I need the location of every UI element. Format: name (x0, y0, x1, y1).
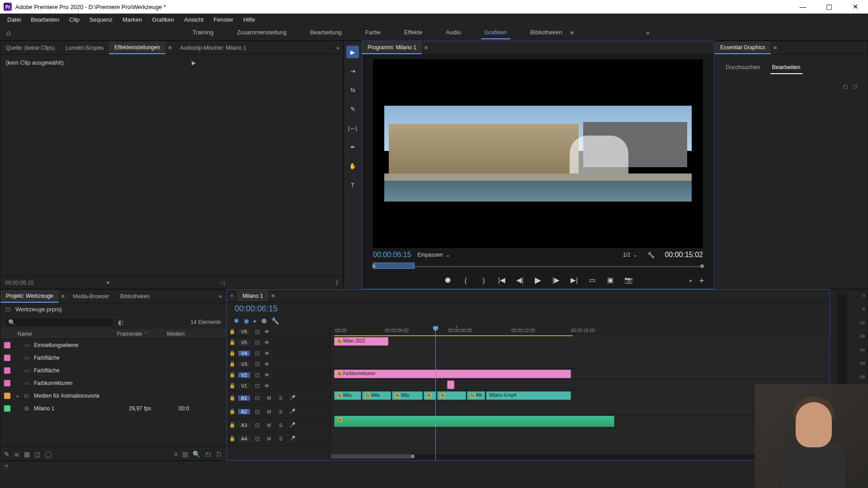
solo-button[interactable]: S (276, 422, 285, 428)
program-duration-timecode[interactable]: 00:00:15:02 (665, 251, 703, 259)
panel-menu-icon[interactable]: ≡ (165, 44, 175, 51)
track-header-a2[interactable]: 🔒A2◫MS🎤 (226, 405, 330, 418)
track-header-v6[interactable]: 🔒V6◫👁 (226, 326, 330, 337)
close-button[interactable]: ✕ (846, 3, 864, 11)
clip[interactable]: fxMila (334, 391, 361, 400)
program-scrubber[interactable] (373, 262, 703, 272)
lock-icon[interactable]: 🔒 (229, 339, 236, 345)
thumbnail-view-icon[interactable]: ◫ (34, 450, 40, 458)
track-header-v4[interactable]: 🔒V4◫👁 (226, 348, 330, 359)
clip[interactable]: fx (437, 391, 466, 400)
extract-button[interactable]: ▣ (605, 276, 615, 284)
sequence-tab[interactable]: Milano 1 (237, 291, 269, 301)
track-target[interactable]: V1 (238, 383, 250, 389)
filter-icon[interactable]: ▾ (103, 279, 113, 286)
sync-lock-icon[interactable]: ◫ (253, 350, 262, 356)
source-tab[interactable]: Effekteinstellungen (109, 42, 165, 54)
track-target[interactable]: A1 (238, 395, 250, 401)
clip[interactable]: fxMila (392, 391, 423, 400)
track-header-a3[interactable]: 🔒A3◫MS🎤 (226, 418, 330, 432)
workspace-farbe[interactable]: Farbe (362, 26, 384, 39)
source-tab[interactable]: Quelle: (keine Clips) (0, 42, 60, 54)
track-header-v5[interactable]: 🔒V5◫👁 (226, 337, 330, 348)
clip[interactable] (447, 380, 454, 389)
lock-icon[interactable]: 🔒 (229, 436, 236, 441)
filter-bin-icon[interactable]: ◧ (118, 319, 123, 326)
no-clip-row[interactable]: (kein Clip ausgewählt) ▶ (6, 59, 196, 66)
workspace-effekte[interactable]: Effekte (401, 26, 426, 39)
project-tab[interactable]: Media-Browser (67, 291, 115, 302)
sync-lock-icon[interactable]: ◫ (253, 361, 262, 367)
twirl-icon[interactable]: ▸ (15, 394, 20, 399)
selection-tool[interactable]: ▶ (346, 46, 359, 58)
step-back-button[interactable]: ◀| (515, 276, 525, 284)
clip[interactable]: fxMilan 2022 (334, 337, 388, 346)
lock-icon[interactable]: 🔒 (229, 383, 236, 389)
source-timecode[interactable]: 00:00:06:15 (5, 280, 33, 286)
mute-button[interactable]: M (264, 409, 274, 414)
essential-graphics-tab[interactable]: Essential Graphics (715, 42, 771, 54)
column-media[interactable]: Medien (167, 331, 222, 337)
project-item[interactable]: ⊞Milano 129,97 fps00:0 (0, 402, 226, 415)
toggle-output-icon[interactable]: 👁 (264, 340, 269, 345)
menu-bearbeiten[interactable]: Bearbeiten (26, 15, 64, 24)
project-tab[interactable]: Bibliotheken (115, 291, 155, 302)
project-item[interactable]: ▭Einstellungsebene (0, 339, 226, 352)
panel-menu-icon[interactable]: ≡ (771, 44, 780, 51)
panel-menu-icon[interactable]: ≡ (59, 293, 68, 300)
razor-tool[interactable]: ✎ (346, 103, 359, 115)
timeline-horizontal-scrollbar[interactable] (330, 454, 823, 459)
track-target[interactable]: V3 (238, 361, 250, 367)
toggle-output-icon[interactable]: 👁 (264, 351, 269, 356)
mute-button[interactable]: M (264, 422, 274, 428)
clip[interactable]: Milano 4.mp4 (486, 391, 571, 400)
program-tab[interactable]: Programm: Milano 1 (362, 42, 422, 54)
toggle-output-icon[interactable]: 👁 (264, 383, 269, 389)
new-bin-icon[interactable]: 🗀 (205, 450, 211, 458)
menu-marken[interactable]: Marken (118, 15, 146, 24)
project-item[interactable]: ▸🗀Medien für Animationsvorla (0, 389, 226, 402)
toggle-output-icon[interactable]: 👁 (264, 372, 269, 378)
step-back-icon[interactable]: ◁ (217, 279, 228, 286)
menu-hilfe[interactable]: Hilfe (239, 15, 259, 24)
new-item-icon[interactable]: 🗋 (216, 450, 222, 458)
lock-icon[interactable]: 🔒 (229, 350, 236, 356)
lock-icon[interactable]: 🔒 (229, 328, 236, 334)
track-header-v2[interactable]: 🔒V2◫👁 (226, 370, 330, 380)
track-lane[interactable]: fxFarbkorrekturen (330, 369, 830, 380)
time-ruler[interactable]: :00:0000:00:04:0000:00:08:0000:00:12:000… (330, 326, 830, 336)
linked-selection-icon[interactable]: ◉ (244, 317, 249, 324)
track-target[interactable]: V4 (238, 351, 250, 356)
toggle-output-icon[interactable]: 👁 (264, 329, 269, 334)
track-header-a1[interactable]: 🔒A1◫MS🎤 (226, 391, 330, 405)
track-header-v1[interactable]: 🔒V1◫👁 (226, 380, 330, 391)
lock-icon[interactable]: 🔒 (229, 372, 236, 378)
slip-tool[interactable]: |↔| (346, 122, 359, 134)
clip[interactable]: fxFarbkorrekturen (334, 370, 571, 378)
timeline-settings-icon[interactable]: 🔧 (271, 317, 279, 324)
home-icon[interactable]: ⌂ (0, 26, 17, 40)
voice-over-icon[interactable]: 🎤 (288, 422, 297, 428)
zoom-slider-icon[interactable]: ◯ (45, 450, 52, 458)
source-tab[interactable]: Audioclip-Mischer: Milano 1 (175, 42, 252, 54)
column-name[interactable]: Name (4, 331, 117, 337)
sync-lock-icon[interactable]: ◫ (253, 395, 262, 401)
go-to-out-button[interactable]: ▶| (569, 276, 579, 284)
settings-icon[interactable]: 🔧 (644, 252, 658, 258)
zoom-fit-dropdown[interactable]: Einpassen ⌄ (418, 252, 450, 258)
maximize-button[interactable]: ▢ (820, 3, 838, 11)
sync-lock-icon[interactable]: ◫ (253, 372, 262, 378)
track-target[interactable]: V2 (238, 372, 250, 378)
export-frame-icon[interactable]: ⇪ (331, 279, 343, 286)
solo-button[interactable]: S (276, 436, 285, 441)
panel-menu-icon[interactable]: ≡ (422, 44, 431, 51)
voice-over-icon[interactable]: 🎤 (288, 395, 297, 401)
mark-out-icon[interactable]: } (479, 277, 489, 284)
workspace-grafiken[interactable]: Grafiken (481, 26, 510, 39)
lock-icon[interactable]: 🔒 (229, 422, 236, 428)
go-to-in-button[interactable]: |◀ (497, 276, 507, 284)
track-target[interactable]: V5 (238, 340, 250, 345)
play-button[interactable]: ▶ (533, 275, 543, 285)
project-search-input[interactable]: 🔍 (5, 317, 113, 327)
new-layer-icon[interactable]: 🗋 (853, 83, 859, 90)
